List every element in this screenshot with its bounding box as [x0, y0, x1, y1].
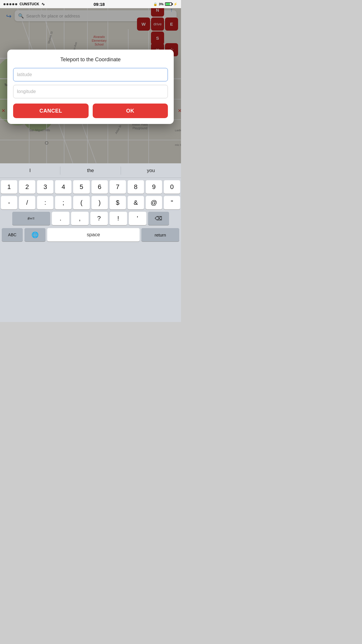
keyboard-area: I the you 1 2 3 4 5 6 7 8 9 0 - / : ; ( …	[0, 163, 181, 322]
key-exclamation[interactable]: !	[110, 212, 127, 225]
key-colon[interactable]: :	[37, 196, 53, 209]
key-abc[interactable]: ABC	[2, 228, 23, 242]
key-at[interactable]: @	[146, 196, 162, 209]
time-display: 09:18	[94, 2, 105, 7]
key-lparen[interactable]: (	[73, 196, 89, 209]
key-1[interactable]: 1	[1, 180, 17, 194]
key-return[interactable]: return	[141, 228, 179, 242]
key-6[interactable]: 6	[92, 180, 108, 194]
key-delete[interactable]: ⌫	[148, 212, 169, 225]
key-space[interactable]: space	[47, 228, 140, 242]
key-ampersand[interactable]: &	[128, 196, 144, 209]
key-slash[interactable]: /	[19, 196, 35, 209]
predictive-bar: I the you	[0, 163, 181, 178]
signal-dots	[3, 3, 17, 5]
charging-icon: ⚡	[173, 2, 178, 6]
key-3[interactable]: 3	[37, 180, 53, 194]
key-dash[interactable]: -	[1, 196, 17, 209]
battery-percent: 3%	[159, 2, 164, 6]
key-5[interactable]: 5	[73, 180, 89, 194]
key-7[interactable]: 7	[110, 180, 126, 194]
dialog-title: Teleport to the Coordinate	[13, 57, 168, 63]
key-question[interactable]: ?	[90, 212, 108, 225]
predictive-item-3[interactable]: you	[121, 165, 181, 176]
lock-icon: 🔒	[153, 2, 157, 6]
key-semicolon[interactable]: ;	[55, 196, 71, 209]
key-9[interactable]: 9	[146, 180, 162, 194]
latitude-input[interactable]	[13, 68, 168, 81]
status-bar: CUNSTUCK ∿ 09:18 🔒 3% ⚡	[0, 0, 181, 8]
predictive-item-2[interactable]: the	[60, 165, 120, 176]
key-apostrophe[interactable]: '	[129, 212, 146, 225]
key-dollar[interactable]: $	[110, 196, 126, 209]
key-period[interactable]: .	[52, 212, 69, 225]
status-right: 🔒 3% ⚡	[153, 2, 178, 6]
key-2[interactable]: 2	[19, 180, 35, 194]
predictive-item-1[interactable]: I	[0, 165, 60, 176]
key-hashtag[interactable]: #+=	[12, 212, 50, 225]
ok-button[interactable]: OK	[93, 104, 168, 118]
key-row-numbers: 1 2 3 4 5 6 7 8 9 0	[1, 180, 180, 194]
wifi-icon: ∿	[41, 2, 45, 6]
status-left: CUNSTUCK ∿	[3, 2, 45, 6]
key-rparen[interactable]: )	[92, 196, 108, 209]
key-comma[interactable]: ,	[71, 212, 89, 225]
key-8[interactable]: 8	[128, 180, 144, 194]
key-row-bottom: ABC 🌐 space return	[1, 228, 180, 242]
key-row-special: #+= . , ? ! ' ⌫	[1, 212, 180, 225]
key-row-symbols: - / : ; ( ) $ & @ "	[1, 196, 180, 209]
dialog-buttons: CANCEL OK	[13, 104, 168, 118]
key-4[interactable]: 4	[55, 180, 71, 194]
carrier-label: CUNSTUCK	[20, 2, 39, 6]
key-globe[interactable]: 🌐	[24, 228, 45, 242]
battery-icon	[165, 2, 172, 6]
key-0[interactable]: 0	[164, 180, 180, 194]
keyboard-rows: 1 2 3 4 5 6 7 8 9 0 - / : ; ( ) $ & @ " …	[0, 178, 181, 243]
key-quote[interactable]: "	[164, 196, 180, 209]
teleport-dialog: Teleport to the Coordinate CANCEL OK	[7, 50, 174, 124]
longitude-input[interactable]	[13, 85, 168, 98]
cancel-button[interactable]: CANCEL	[13, 104, 89, 118]
